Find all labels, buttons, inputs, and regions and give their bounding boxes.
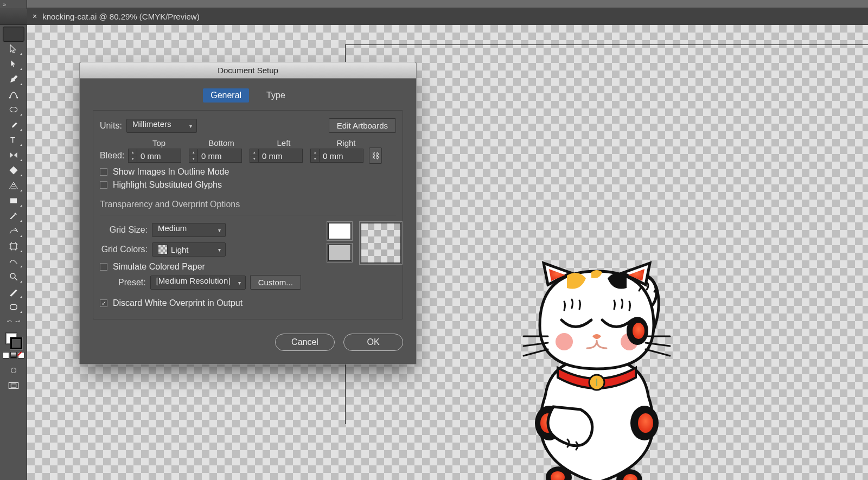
- bleed-bottom-field[interactable]: ▴▾: [189, 149, 242, 163]
- document-tab[interactable]: × knocking-cat.ai @ 80.29% (CMYK/Preview…: [27, 8, 205, 25]
- bleed-header-left: Left: [254, 138, 314, 148]
- chevron-down-icon: ▾: [189, 123, 192, 129]
- grid-colors-swatch-icon: [158, 245, 168, 254]
- svg-point-7: [16, 231, 17, 232]
- selection-tool[interactable]: [3, 27, 24, 41]
- document-tab-title: knocking-cat.ai @ 80.29% (CMYK/Preview): [42, 12, 200, 21]
- artwork-cat: [515, 260, 678, 480]
- bleed-top-field[interactable]: ▴▾: [128, 149, 181, 163]
- color-mode-solid[interactable]: [3, 352, 9, 359]
- svg-point-0: [9, 97, 10, 99]
- simulate-paper-checkbox[interactable]: Simulate Colored Paper: [100, 262, 301, 272]
- bleed-top-input[interactable]: [137, 149, 181, 163]
- curvature-tool[interactable]: [3, 87, 24, 102]
- bleed-left-field[interactable]: ▴▾: [250, 149, 303, 163]
- menu-bar-strip: [0, 0, 868, 8]
- dialog-titlebar[interactable]: Document Setup: [80, 62, 416, 79]
- grid-preview-checker: [361, 223, 401, 263]
- document-tab-bar: × knocking-cat.ai @ 80.29% (CMYK/Preview…: [0, 8, 868, 25]
- grid-preview: [328, 223, 401, 295]
- bleed-right-field[interactable]: ▴▾: [310, 149, 363, 163]
- group-selection-tool[interactable]: [3, 56, 24, 72]
- tab-type[interactable]: Type: [259, 88, 293, 103]
- chevron-down-icon: ▾: [218, 227, 221, 233]
- svg-point-1: [16, 97, 18, 99]
- svg-rect-13: [11, 384, 16, 387]
- color-mode-row: [3, 352, 24, 359]
- grid-size-select[interactable]: Medium▾: [152, 223, 226, 237]
- custom-preset-button[interactable]: Custom...: [250, 275, 301, 290]
- ok-button[interactable]: OK: [343, 334, 403, 351]
- bleed-right-input[interactable]: [319, 149, 363, 163]
- symbol-sprayer-tool[interactable]: [3, 223, 24, 239]
- grid-colors-value: Light: [171, 245, 189, 254]
- rounded-rectangle-tool[interactable]: [3, 299, 24, 315]
- pen-tool[interactable]: [3, 72, 24, 87]
- svg-point-28: [633, 323, 644, 339]
- svg-point-2: [10, 107, 17, 112]
- swap-fill-stroke-icon[interactable]: ⤺: [7, 318, 12, 325]
- width-tool[interactable]: [3, 254, 24, 269]
- grid-colors-select[interactable]: Light ▾: [152, 242, 226, 257]
- type-tool[interactable]: T: [3, 132, 24, 148]
- svg-rect-8: [10, 244, 16, 249]
- units-select[interactable]: Millimeters ▾: [126, 119, 197, 133]
- document-setup-dialog: Document Setup General Type Units: Milli…: [79, 62, 417, 364]
- grid-size-label: Grid Size:: [107, 225, 148, 235]
- close-tab-icon[interactable]: ×: [33, 12, 37, 21]
- grid-colors-label: Grid Colors:: [100, 245, 148, 254]
- rectangle-tool[interactable]: [3, 193, 24, 208]
- highlight-glyphs-label: Highlight Substituted Glyphs: [113, 180, 222, 190]
- link-bleed-icon[interactable]: ⛓: [369, 148, 382, 164]
- color-mode-none[interactable]: [18, 352, 24, 359]
- slice-tool[interactable]: [3, 284, 24, 299]
- stroke-swatch[interactable]: [10, 337, 22, 349]
- brush-tool[interactable]: [3, 117, 24, 132]
- svg-point-23: [556, 333, 573, 350]
- simulate-paper-label: Simulate Colored Paper: [113, 262, 205, 272]
- svg-rect-10: [10, 305, 17, 310]
- chevron-down-icon: ▾: [238, 279, 241, 285]
- shape-builder-tool[interactable]: [3, 163, 24, 178]
- discard-overprint-label: Discard White Overprint in Output: [113, 298, 242, 308]
- highlight-glyphs-checkbox[interactable]: Highlight Substituted Glyphs: [100, 180, 396, 190]
- svg-point-9: [10, 273, 15, 278]
- preset-select[interactable]: [Medium Resolution]▾: [150, 276, 246, 290]
- svg-rect-4: [10, 199, 17, 203]
- svg-text:T: T: [10, 135, 15, 144]
- svg-point-5: [16, 229, 17, 231]
- grid-color-swatch-dark[interactable]: [328, 245, 351, 261]
- svg-point-18: [638, 413, 653, 433]
- bleed-left-input[interactable]: [258, 149, 303, 163]
- grid-color-swatch-light[interactable]: [328, 223, 351, 239]
- bleed-headers: Top Bottom Left Right: [129, 138, 396, 148]
- cancel-button[interactable]: Cancel: [275, 334, 335, 351]
- tab-general[interactable]: General: [203, 88, 249, 103]
- artboard-tool[interactable]: [3, 239, 24, 254]
- preset-value: [Medium Resolution]: [156, 276, 231, 285]
- bleed-label: Bleed:: [100, 151, 126, 161]
- show-images-outline-checkbox[interactable]: Show Images In Outline Mode: [100, 167, 396, 177]
- zoom-tool[interactable]: [3, 269, 24, 284]
- color-mode-gradient[interactable]: [10, 352, 17, 359]
- edit-artboards-button[interactable]: Edit Artboards: [329, 118, 396, 133]
- default-fill-stroke-icon[interactable]: ⤻: [15, 318, 20, 325]
- dialog-tabs: General Type: [93, 88, 403, 103]
- expand-panel-icon[interactable]: »: [0, 2, 27, 9]
- draw-mode-icon[interactable]: [3, 363, 24, 378]
- discard-overprint-checkbox[interactable]: Discard White Overprint in Output: [100, 298, 396, 308]
- fill-stroke-control[interactable]: [3, 327, 24, 349]
- ellipse-tool[interactable]: [3, 102, 24, 117]
- bleed-bottom-input[interactable]: [197, 149, 242, 163]
- eyedropper-tool[interactable]: [3, 208, 24, 223]
- tools-panel-grip[interactable]: [0, 9, 27, 25]
- svg-point-11: [11, 368, 16, 373]
- general-section: Units: Millimeters ▾ Edit Artboards Top …: [93, 110, 403, 319]
- show-images-outline-label: Show Images In Outline Mode: [113, 167, 229, 177]
- direct-selection-tool[interactable]: [3, 41, 24, 56]
- screen-mode-icon[interactable]: [3, 378, 24, 393]
- grid-size-value: Medium: [158, 223, 187, 233]
- perspective-grid-tool[interactable]: [3, 178, 24, 193]
- reflect-tool[interactable]: [3, 148, 24, 163]
- svg-point-6: [14, 228, 15, 229]
